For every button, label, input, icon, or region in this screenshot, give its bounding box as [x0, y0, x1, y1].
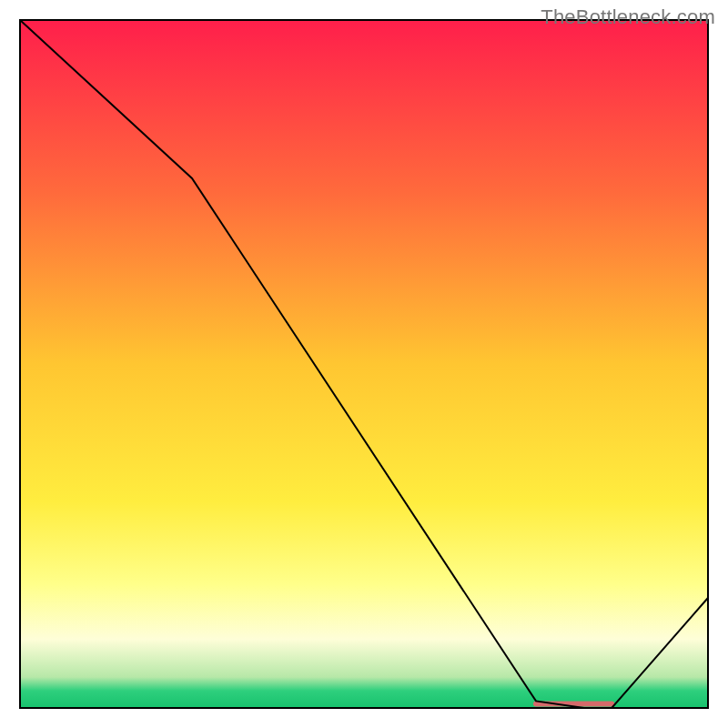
- bottleneck-chart: [0, 0, 728, 728]
- chart-background: [20, 20, 708, 708]
- watermark-text: TheBottleneck.com: [541, 5, 715, 29]
